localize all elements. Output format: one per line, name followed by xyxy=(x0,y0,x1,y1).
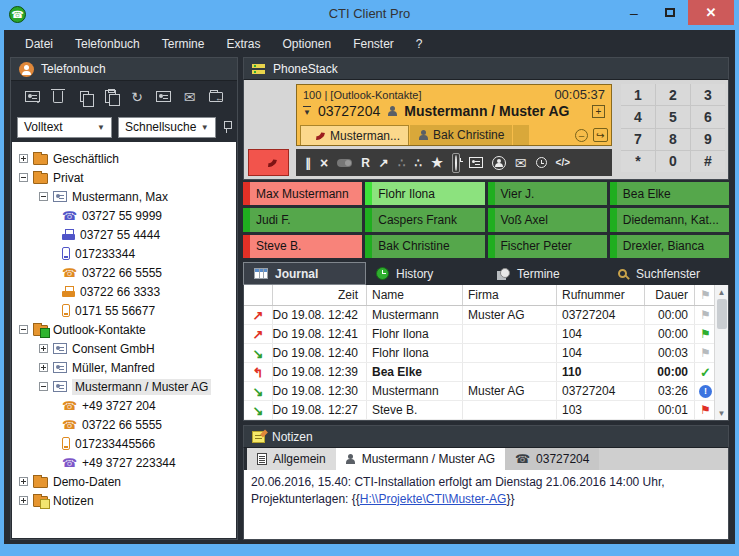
journal-scrollbar[interactable]: ▲ ▼ xyxy=(714,285,728,420)
collapse-icon[interactable] xyxy=(39,192,48,201)
scroll-down-icon[interactable]: ▼ xyxy=(718,406,726,420)
column-name[interactable]: Name xyxy=(366,285,462,305)
quicksearch-select[interactable]: Schnellsuche▼ xyxy=(118,117,216,138)
speed-dial-judi-f[interactable]: Judi F. xyxy=(243,208,362,231)
hold-icon[interactable]: ∥ xyxy=(305,157,311,169)
speed-dial-max-mustermann[interactable]: Max Mustermann xyxy=(243,182,362,205)
dialpad-key-6[interactable]: 6 xyxy=(691,106,725,127)
column-dauer[interactable]: Dauer xyxy=(644,285,694,305)
tree-item-number[interactable]: 03722 66 5555 xyxy=(12,263,236,282)
add-contact-icon[interactable] xyxy=(23,88,41,106)
import-folder-icon[interactable] xyxy=(207,88,225,106)
expand-icon[interactable] xyxy=(19,154,28,163)
tab-suchfenster[interactable]: Suchfenster xyxy=(608,262,729,285)
scroll-up-icon[interactable]: ▲ xyxy=(718,285,726,299)
expand-icon[interactable] xyxy=(39,344,48,353)
email-icon[interactable]: ✉ xyxy=(181,88,199,106)
tree-item-number[interactable]: 03722 66 5555 xyxy=(12,415,236,434)
column-firma[interactable]: Firma xyxy=(462,285,556,305)
tree-item-demo-daten[interactable]: Demo-Daten xyxy=(12,472,236,491)
email-icon[interactable]: ✉ xyxy=(515,156,527,170)
call-tab-mustermann[interactable]: Musterman... xyxy=(300,125,409,145)
tab-history[interactable]: History xyxy=(366,262,487,285)
speed-dial-bea-elke[interactable]: Bea Elke xyxy=(610,182,729,205)
speed-dial-steve-b[interactable]: Steve B. xyxy=(243,235,362,258)
expand-icon[interactable] xyxy=(19,496,28,505)
tree-item-outlook-kontakte[interactable]: Outlook-Kontakte xyxy=(12,320,236,339)
tree-item-number[interactable]: 03727 55 4444 xyxy=(12,225,236,244)
delete-icon[interactable] xyxy=(49,88,67,106)
dialpad-key-star[interactable]: * xyxy=(621,151,655,172)
notes-tab-allgemein[interactable]: Allgemein xyxy=(247,448,336,470)
tree-item-privat[interactable]: Privat xyxy=(12,168,236,187)
tree-item-mueller-manfred[interactable]: Müller, Manfred xyxy=(12,358,236,377)
dropdown-caret-icon[interactable]: ▼ xyxy=(303,106,311,117)
info-badge-icon[interactable] xyxy=(699,385,712,398)
collapse-icon[interactable] xyxy=(19,325,28,334)
column-flag[interactable] xyxy=(694,285,716,305)
tree-item-number[interactable]: 0171 55 56677 xyxy=(12,301,236,320)
paste-icon[interactable] xyxy=(102,88,120,106)
red-flag-icon[interactable] xyxy=(700,403,711,417)
close-button[interactable]: ✕ xyxy=(688,0,734,25)
journal-row[interactable]: Do 19.08. 12:39 Bea Elke 110 00:00 xyxy=(244,363,728,382)
tree-item-notizen[interactable]: Notizen xyxy=(12,491,236,510)
green-flag-icon[interactable] xyxy=(700,327,711,341)
menu-datei[interactable]: Datei xyxy=(14,32,64,56)
gray-flag-icon[interactable] xyxy=(700,346,711,360)
speed-dial-flohr-ilona[interactable]: Flohr Ilona xyxy=(365,182,484,205)
end-call-icon[interactable]: × xyxy=(320,156,328,170)
notes-text-area[interactable]: 20.06.2016, 15.40: CTI-Installation erfo… xyxy=(243,470,729,540)
expand-icon[interactable] xyxy=(39,363,48,372)
collapse-icon[interactable] xyxy=(19,173,28,182)
toggle-icon[interactable] xyxy=(337,159,352,167)
speed-dial-drexler-bianca[interactable]: Drexler, Bianca xyxy=(610,235,729,258)
journal-row[interactable]: Do 19.08. 12:30 Mustermann Muster AG 037… xyxy=(244,382,728,401)
tab-termine[interactable]: Termine xyxy=(487,262,608,285)
project-path-link[interactable]: H:\\Projekte\CTI\Muster-AG xyxy=(360,492,507,506)
tab-journal[interactable]: Journal xyxy=(243,262,366,285)
tree-item-number[interactable]: 03722 66 3333 xyxy=(12,282,236,301)
speed-dial-vier-j[interactable]: Vier J. xyxy=(488,182,607,205)
maximize-button[interactable] xyxy=(652,0,688,25)
dialpad-key-9[interactable]: 9 xyxy=(691,129,725,150)
dialpad-key-3[interactable]: 3 xyxy=(691,84,725,105)
menu-fenster[interactable]: Fenster xyxy=(342,32,405,56)
dialpad-key-hash[interactable]: # xyxy=(691,151,725,172)
code-icon[interactable]: </> xyxy=(556,158,570,168)
speed-dial-caspers-frank[interactable]: Caspers Frank xyxy=(365,208,484,231)
menu-help[interactable]: ? xyxy=(405,32,434,56)
speed-dial-bak-christine[interactable]: Bak Christine xyxy=(365,235,484,258)
dialpad-key-1[interactable]: 1 xyxy=(621,84,655,105)
minimize-button[interactable]: – xyxy=(616,0,652,25)
expand-plus-icon[interactable]: + xyxy=(592,105,605,118)
fulltext-select[interactable]: Volltext▼ xyxy=(17,117,112,138)
journal-row[interactable]: Do 19.08. 12:40 Flohr Ilona 104 00:03 xyxy=(244,344,728,363)
journal-row[interactable]: Do 19.08. 12:27 Steve B. 103 00:01 xyxy=(244,401,728,420)
journal-row[interactable]: Do 19.08. 12:41 Flohr Ilona 104 00:00 xyxy=(244,325,728,344)
forward-icon[interactable]: ↪ xyxy=(593,128,608,142)
check-icon[interactable] xyxy=(700,365,711,380)
tree-item-consent-gmbh[interactable]: Consent GmbH xyxy=(12,339,236,358)
tree-item-number[interactable]: +49 3727 223344 xyxy=(12,453,236,472)
copy-icon[interactable] xyxy=(76,88,94,106)
journal-header-row[interactable]: Zeit Name Firma Rufnummer Dauer xyxy=(244,285,728,306)
menu-optionen[interactable]: Optionen xyxy=(271,32,342,56)
tree-item-number[interactable]: 03727 55 9999 xyxy=(12,206,236,225)
tree-item-geschaeftlich[interactable]: Geschäftlich xyxy=(12,149,236,168)
dialpad-key-0[interactable]: 0 xyxy=(656,151,690,172)
collapse-icon[interactable] xyxy=(39,382,48,391)
menu-termine[interactable]: Termine xyxy=(151,32,216,56)
collapse-circle-icon[interactable]: − xyxy=(575,129,588,142)
expand-icon[interactable] xyxy=(19,477,28,486)
column-zeit[interactable]: Zeit xyxy=(272,285,366,305)
redial-icon[interactable]: R xyxy=(361,157,370,169)
refresh-icon[interactable]: ↻ xyxy=(128,88,146,106)
journal-row[interactable]: Do 19.08. 12:42 Mustermann Muster AG 037… xyxy=(244,306,728,325)
notes-tab-contact[interactable]: Mustermann / Muster AG xyxy=(336,448,505,470)
menu-extras[interactable]: Extras xyxy=(215,32,271,56)
pin-icon[interactable] xyxy=(222,120,231,134)
dialpad-key-8[interactable]: 8 xyxy=(656,129,690,150)
notes-tab-number[interactable]: 03727204 xyxy=(505,448,599,470)
timer-boxed-icon[interactable] xyxy=(452,153,460,173)
